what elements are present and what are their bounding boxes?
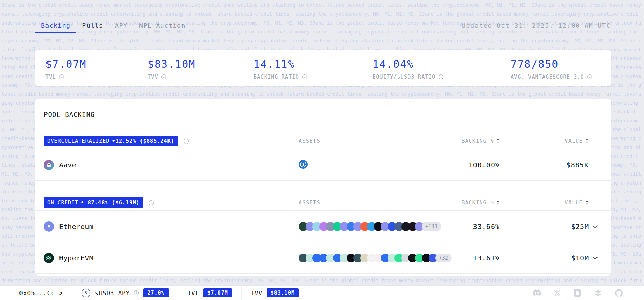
vault-icon[interactable] bbox=[574, 289, 581, 297]
column-header-value[interactable]: VALUE bbox=[500, 200, 601, 206]
usdc-icon: $ bbox=[299, 160, 308, 170]
hyperevm-icon bbox=[44, 253, 54, 263]
row-value: $885K bbox=[566, 161, 589, 169]
sort-icon[interactable] bbox=[496, 138, 500, 144]
stat-label: BACKING RATIO bbox=[254, 74, 299, 80]
more-assets-pill[interactable]: +131 bbox=[422, 222, 441, 231]
aave-icon bbox=[44, 160, 54, 170]
external-link-icon: ↗ bbox=[59, 289, 63, 297]
info-icon[interactable] bbox=[587, 74, 592, 80]
svg-text:S: S bbox=[85, 291, 88, 295]
table-row-ethereum[interactable]: Ethereum +131 33.66% $25M bbox=[35, 211, 611, 242]
chain-name: Ethereum bbox=[59, 222, 93, 231]
stat-backing-ratio: 14.11% BACKING RATIO bbox=[254, 58, 373, 86]
more-assets-pill[interactable]: +32 bbox=[435, 254, 452, 262]
info-icon[interactable] bbox=[302, 74, 307, 80]
updated-timestamp: Updated Oct 31, 2025, 12:00 AM UTC bbox=[462, 22, 611, 29]
column-header-assets: ASSETS bbox=[299, 200, 443, 206]
backing-percent: 100.00% bbox=[443, 161, 500, 169]
info-icon[interactable] bbox=[438, 74, 444, 80]
pool-backing-card: POOL BACKING OVERCOLLATERALIZED•12.52% (… bbox=[35, 99, 611, 276]
svg-text:$: $ bbox=[302, 162, 305, 167]
asset-icon-cluster: +32 bbox=[299, 254, 452, 262]
info-icon[interactable] bbox=[161, 74, 166, 80]
apy-badge: 27.0% bbox=[143, 288, 169, 297]
overcollateralized-badge: OVERCOLLATERALIZED•12.52% ($885.24K) bbox=[44, 136, 178, 146]
tvl-group: TVL $7.07M bbox=[188, 288, 232, 297]
stat-tvv: $83.10M TVV bbox=[148, 58, 254, 86]
divider bbox=[241, 286, 242, 300]
row-value: $25M bbox=[571, 222, 589, 231]
github-icon[interactable] bbox=[615, 289, 623, 297]
stat-value: $7.07M bbox=[45, 58, 148, 70]
tvl-label: TVL bbox=[188, 289, 199, 297]
stat-tvl: $7.07M TVL bbox=[45, 58, 148, 86]
divider bbox=[72, 286, 72, 300]
chain-name: Aave bbox=[59, 161, 76, 169]
social-links bbox=[533, 289, 623, 297]
sort-icon[interactable] bbox=[585, 138, 589, 144]
stat-label: AVG. VANTAGESCORE 3.0 bbox=[511, 74, 584, 80]
pool-backing-title: POOL BACKING bbox=[44, 111, 602, 118]
stat-equity-ratio: 14.04% EQUITY/sUSD3 RATIO bbox=[373, 58, 511, 86]
info-icon[interactable] bbox=[59, 74, 64, 80]
sort-icon[interactable] bbox=[496, 200, 500, 205]
stat-value: 14.11% bbox=[254, 58, 373, 70]
bottom-bar: 0x05...Cc ↗ S sUSD3 APY 27.0% TVL $7.07M… bbox=[0, 285, 644, 300]
sort-icon[interactable] bbox=[585, 200, 589, 205]
susd3-icon: S bbox=[81, 288, 91, 298]
column-header-assets: ASSETS bbox=[299, 138, 443, 144]
x-icon[interactable] bbox=[554, 289, 561, 297]
table-row-hyperevm[interactable]: HyperEVM +32 13.61% $10M bbox=[35, 242, 611, 274]
stat-value: $83.10M bbox=[148, 58, 254, 70]
divider bbox=[178, 286, 178, 300]
susd3-apy-group: S sUSD3 APY 27.0% bbox=[81, 288, 169, 298]
tvv-badge: $83.10M bbox=[267, 288, 299, 297]
info-icon[interactable] bbox=[134, 290, 139, 296]
ethereum-icon bbox=[44, 221, 54, 232]
discord-icon[interactable] bbox=[533, 289, 541, 296]
info-icon[interactable] bbox=[148, 200, 154, 206]
stats-card: $7.07M TVL $83.10M TVV 14.11% BACKING RA… bbox=[35, 50, 611, 86]
section-header-on-credit: ON CREDIT• 87.48% ($6.19M) ASSETS BACKIN… bbox=[35, 195, 611, 211]
asset-icon-cluster: +131 bbox=[299, 222, 441, 231]
column-header-backing[interactable]: BACKING % bbox=[443, 138, 500, 144]
tvv-label: TVV bbox=[251, 289, 263, 297]
chevron-down-icon[interactable] bbox=[592, 256, 598, 260]
stat-vantagescore: 778/850 AVG. VANTAGESCORE 3.0 bbox=[511, 58, 611, 86]
top-nav: Backing Pulls APY NPL Auction Updated Oc… bbox=[35, 17, 611, 33]
tvl-badge: $7.07M bbox=[203, 288, 232, 297]
wallet-address[interactable]: 0x05...Cc ↗ bbox=[19, 289, 63, 297]
stat-label: TVL bbox=[45, 74, 56, 80]
column-header-backing[interactable]: BACKING % bbox=[443, 200, 500, 206]
stat-value: 778/850 bbox=[511, 58, 611, 70]
tvv-group: TVV $83.10M bbox=[251, 288, 299, 297]
stat-label: EQUITY/sUSD3 RATIO bbox=[373, 74, 435, 80]
tab-backing[interactable]: Backing bbox=[35, 17, 76, 33]
backing-percent: 13.61% bbox=[443, 254, 500, 262]
stat-label: TVV bbox=[148, 74, 158, 80]
column-header-value[interactable]: VALUE bbox=[500, 138, 601, 144]
table-row-aave: Aave $ 100.00% $885K bbox=[35, 149, 611, 181]
tab-pulls[interactable]: Pulls bbox=[76, 17, 109, 33]
tab-apy[interactable]: APY bbox=[109, 17, 133, 33]
docs-icon[interactable] bbox=[594, 289, 602, 297]
susd3-apy-label: sUSD3 APY bbox=[95, 289, 130, 297]
section-header-overcollateralized: OVERCOLLATERALIZED•12.52% ($885.24K) ASS… bbox=[35, 133, 611, 149]
row-value: $10M bbox=[571, 254, 589, 262]
stat-value: 14.04% bbox=[373, 58, 511, 70]
on-credit-badge: ON CREDIT• 87.48% ($6.19M) bbox=[44, 197, 143, 208]
info-icon[interactable] bbox=[183, 138, 189, 144]
backing-percent: 33.66% bbox=[443, 222, 500, 231]
chevron-down-icon[interactable] bbox=[592, 225, 598, 228]
tab-bar: Backing Pulls APY NPL Auction bbox=[35, 17, 191, 33]
chain-name: HyperEVM bbox=[59, 254, 93, 262]
tab-npl-auction[interactable]: NPL Auction bbox=[133, 17, 191, 33]
